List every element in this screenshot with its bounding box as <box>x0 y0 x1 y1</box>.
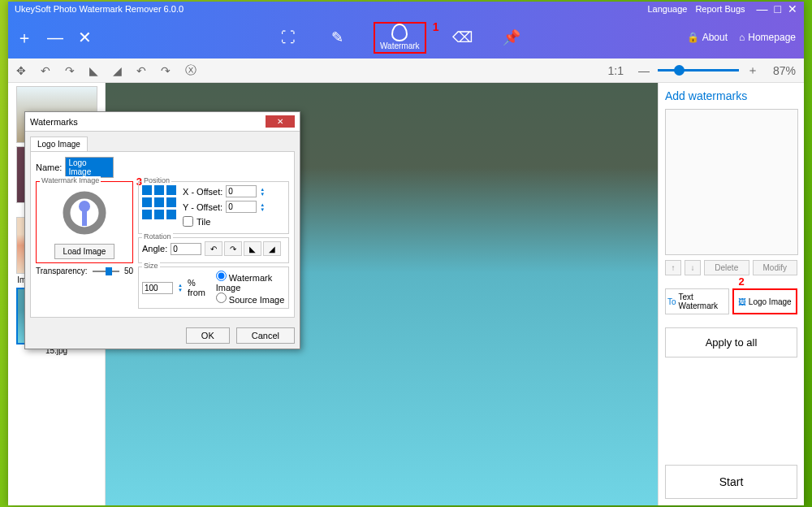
transparency-value: 50 <box>124 266 133 275</box>
zoom-slider[interactable] <box>658 69 739 72</box>
side-panel: Add watermarks ↑ ↓ Delete Modify ToText … <box>658 83 804 505</box>
position-group: Position X - Offset:▲▼ Y - Offset:▲▼ Til… <box>138 181 289 234</box>
annotation-2: 2 <box>739 275 745 288</box>
delete-button[interactable]: Delete <box>704 260 749 275</box>
text-watermark-button[interactable]: ToText Watermark <box>665 288 729 314</box>
spinner-icon[interactable]: ▲▼ <box>260 187 265 197</box>
dialog-close-button[interactable]: ✕ <box>266 115 295 128</box>
minimize-icon[interactable]: — <box>757 2 768 15</box>
report-bugs-link[interactable]: Report Bugs <box>695 4 745 14</box>
rotate-ccw-icon[interactable]: ↶ <box>205 241 222 256</box>
watermark-tool-button[interactable]: Watermark 1 <box>374 22 426 54</box>
edit-toolbar: ✥ ↶ ↷ ◣ ◢ ↶ ↷ ⓧ 1:1 — ＋ 87% <box>8 58 804 83</box>
eraser-tool-icon[interactable]: ⌫ <box>451 25 475 50</box>
pin-tool-icon[interactable]: 📌 <box>499 25 524 50</box>
position-grid[interactable] <box>142 185 176 219</box>
maximize-icon[interactable]: □ <box>775 2 781 15</box>
flip-h-icon[interactable]: ◣ <box>89 64 98 77</box>
clear-button[interactable]: ✕ <box>78 28 92 47</box>
close-icon[interactable]: ✕ <box>788 2 797 15</box>
modify-button[interactable]: Modify <box>753 260 798 275</box>
language-link[interactable]: Language <box>647 4 687 14</box>
ok-button[interactable]: OK <box>186 327 230 344</box>
brush-tool-icon[interactable]: ✎ <box>325 25 349 50</box>
size-group: Size ▲▼ % from Watermark Image Source Im… <box>138 266 289 309</box>
annotation-1: 1 <box>433 20 439 33</box>
transparency-slider[interactable] <box>93 271 119 272</box>
title-bar: UkeySoft Photo Watermark Remover 6.0.0 L… <box>8 2 804 16</box>
undo-icon[interactable]: ↶ <box>136 64 146 77</box>
spinner-icon[interactable]: ▲▼ <box>260 202 265 212</box>
logo-image-tab[interactable]: Logo Image <box>30 136 88 151</box>
size-wm-radio[interactable] <box>216 271 227 281</box>
angle-field[interactable] <box>171 243 201 255</box>
rotate-ccw-icon[interactable]: ↶ <box>41 64 50 77</box>
text-icon: To <box>667 297 676 306</box>
watermark-image-group: Watermark Image 3 Load Image <box>36 181 133 263</box>
x-offset-field[interactable] <box>226 185 257 197</box>
y-offset-field[interactable] <box>226 201 257 213</box>
zoom-ratio[interactable]: 1:1 <box>608 64 624 77</box>
flip-v-icon[interactable]: ◢ <box>263 241 281 256</box>
rotation-group: Rotation Angle: ↶ ↷ ◣ ◢ <box>138 237 289 263</box>
name-label: Name: <box>36 162 62 172</box>
watermark-preview <box>665 109 798 255</box>
watermark-icon <box>391 24 408 41</box>
size-field[interactable] <box>142 282 173 294</box>
cancel-button[interactable]: Cancel <box>236 327 295 344</box>
add-button[interactable]: ＋ <box>16 27 32 49</box>
home-icon: ⌂ <box>739 32 745 43</box>
homepage-link[interactable]: ⌂Homepage <box>739 32 796 43</box>
start-button[interactable]: Start <box>665 465 797 499</box>
flip-v-icon[interactable]: ◢ <box>113 64 122 77</box>
tile-checkbox[interactable] <box>183 216 193 227</box>
lock-icon: 🔒 <box>687 32 699 43</box>
rotate-cw-icon[interactable]: ↷ <box>224 241 242 256</box>
flip-h-icon[interactable]: ◣ <box>244 241 261 256</box>
load-image-button[interactable]: Load Image <box>54 244 115 259</box>
dialog-title: Watermarks <box>30 117 266 127</box>
main-menubar: ＋ — ✕ ⛶ ✎ Watermark 1 ⌫ 📌 🔒About ⌂Homepa… <box>8 16 804 58</box>
zoom-percent: 87% <box>773 64 796 77</box>
zoom-in-icon[interactable]: ＋ <box>747 63 758 78</box>
move-icon[interactable]: ✥ <box>16 64 26 77</box>
move-down-icon[interactable]: ↓ <box>685 260 701 275</box>
move-up-icon[interactable]: ↑ <box>665 260 681 275</box>
logo-image-button[interactable]: 2 🖼Logo Image <box>732 288 798 314</box>
redo-icon[interactable]: ↷ <box>161 64 171 77</box>
side-title: Add watermarks <box>665 89 797 102</box>
apply-to-all-button[interactable]: Apply to all <box>665 327 797 358</box>
app-title: UkeySoft Photo Watermark Remover 6.0.0 <box>15 4 647 14</box>
reset-icon[interactable]: ⓧ <box>185 63 197 78</box>
size-src-radio[interactable] <box>216 292 227 303</box>
watermarks-dialog: Watermarks ✕ Logo Image Name: Logo Image… <box>24 111 300 349</box>
dialog-titlebar: Watermarks ✕ <box>25 112 300 132</box>
name-field[interactable]: Logo Image <box>65 157 114 178</box>
zoom-out-icon[interactable]: — <box>638 64 650 77</box>
about-link[interactable]: 🔒About <box>687 32 728 43</box>
transparency-label: Transparency: <box>36 266 88 275</box>
rotate-cw-icon[interactable]: ↷ <box>65 64 75 77</box>
svg-rect-2 <box>82 210 87 226</box>
image-icon: 🖼 <box>738 297 746 306</box>
remove-button[interactable]: — <box>47 28 63 47</box>
crop-tool-icon[interactable]: ⛶ <box>276 25 300 50</box>
spinner-icon[interactable]: ▲▼ <box>178 283 183 292</box>
watermark-preview-icon <box>40 185 129 240</box>
